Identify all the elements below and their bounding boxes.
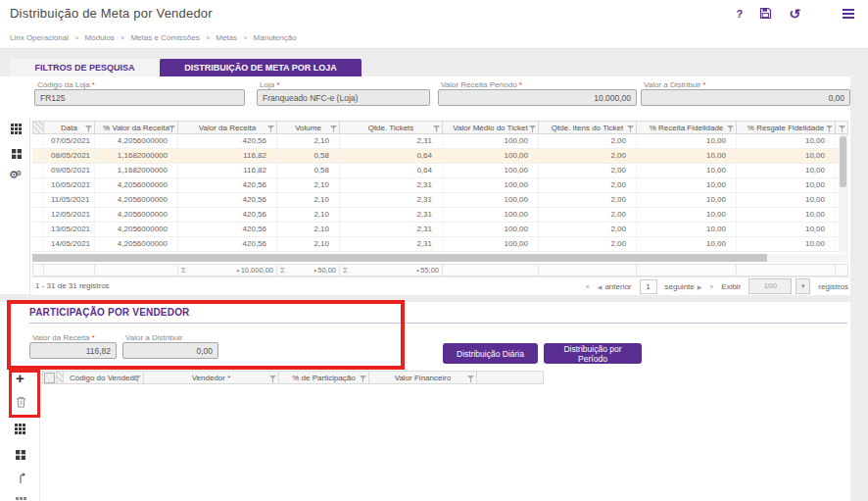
table-row[interactable]: 13/05/20214,2056000000420,562,102,31100,… xyxy=(32,223,848,237)
undo-icon[interactable]: ↺ xyxy=(789,6,800,22)
add-row-icon[interactable]: + xyxy=(16,371,24,385)
filter-icon[interactable] xyxy=(269,376,276,382)
filter-icon[interactable] xyxy=(433,125,440,132)
row-handle-cell xyxy=(32,223,44,236)
daily-col-header-extra[interactable] xyxy=(836,121,848,134)
distribuicao-diaria-button[interactable]: Distribuição Diária xyxy=(443,343,538,364)
table-row[interactable]: 12/05/20214,2056000000420,562,102,31100,… xyxy=(32,208,848,223)
delete-row-icon[interactable] xyxy=(16,396,26,408)
breadcrumb-item[interactable]: Metas e Comissões xyxy=(130,33,199,42)
distribuicao-por-periodo-button[interactable]: Distribuição por Período xyxy=(544,343,642,364)
help-icon[interactable]: ? xyxy=(737,8,744,20)
first-page-icon[interactable] xyxy=(586,283,590,290)
filter-icon[interactable] xyxy=(330,125,337,132)
sum-value: 10.000,00 xyxy=(237,266,276,275)
cell: 11/05/2021 xyxy=(44,193,95,207)
cell: 10,00 xyxy=(637,237,737,251)
page-title: Distribuição de Meta por Vendedor xyxy=(10,0,213,26)
filter-icon[interactable] xyxy=(169,125,175,132)
cell: 10,00 xyxy=(737,237,836,251)
cell: 10,00 xyxy=(737,149,836,163)
filter-icon[interactable] xyxy=(267,125,274,132)
table-row[interactable]: 08/05/20211,1682000000116,820,580,64100,… xyxy=(32,149,848,164)
daily-col-header-1[interactable]: % Valor da Receita xyxy=(95,121,178,134)
filter-icon[interactable] xyxy=(727,125,734,132)
p-valor-da-receita-field[interactable] xyxy=(29,342,117,359)
cards-view-icon[interactable] xyxy=(12,149,22,159)
return-arrow-icon[interactable] xyxy=(18,473,26,484)
filter-icon[interactable] xyxy=(627,125,634,132)
breadcrumb-item[interactable]: Módulos xyxy=(85,33,115,42)
filter-icon[interactable] xyxy=(826,125,833,132)
daily-col-header-0[interactable]: Data xyxy=(44,121,95,134)
vendor-col-header-3[interactable]: Valor Financeiro xyxy=(369,371,477,384)
sum-value: 50,00 xyxy=(313,266,339,275)
table-row[interactable]: 09/05/20211,1682000000116,820,580,64100,… xyxy=(32,164,848,178)
cell: 0,64 xyxy=(340,164,443,177)
filter-icon[interactable] xyxy=(85,125,92,132)
page-size-caret-icon[interactable] xyxy=(796,278,810,294)
cards-view-icon[interactable] xyxy=(16,450,25,460)
last-page-icon[interactable] xyxy=(709,283,713,290)
cell: 4,2056000000 xyxy=(95,208,178,222)
save-icon[interactable] xyxy=(759,7,772,20)
loja-field[interactable] xyxy=(257,89,430,106)
daily-col-header-6[interactable]: Qtde. Itens do Ticket xyxy=(539,121,637,134)
daily-grid-vscrollbar-thumb[interactable] xyxy=(840,136,846,187)
clipped-icon[interactable] xyxy=(16,495,26,501)
grid-view-icon[interactable] xyxy=(15,424,25,434)
daily-col-header-5[interactable]: Valor Médio do Ticket xyxy=(443,121,539,134)
drag-handle-column-header xyxy=(32,121,44,134)
daily-col-header-8[interactable]: % Resgate Fidelidade xyxy=(737,121,836,134)
filter-icon[interactable] xyxy=(529,125,536,132)
table-row[interactable]: 10/05/20214,2056000000420,562,102,31100,… xyxy=(32,178,848,193)
menu-icon[interactable] xyxy=(843,9,854,19)
codigo-da-loja-field[interactable] xyxy=(34,89,245,106)
filter-icon[interactable] xyxy=(360,376,366,382)
cell: 420,56 xyxy=(178,208,277,222)
tab-filtros-de-pesquisa[interactable]: FILTROS DE PESQUISA xyxy=(10,59,160,76)
tab-distribuicao-de-meta-por-loja[interactable]: DISTRIBUIÇÃO DE META POR LOJA xyxy=(160,59,362,76)
pagination: anterior 1 seguinte Exibir 100 registros xyxy=(586,277,848,295)
breadcrumb-item[interactable]: Metas xyxy=(216,33,237,42)
table-row[interactable]: 14/05/20214,2056000000420,562,102,31100,… xyxy=(32,237,848,252)
breadcrumb-item[interactable]: Manutenção xyxy=(254,33,297,42)
select-all-checkbox[interactable] xyxy=(44,373,55,383)
daily-col-header-4[interactable]: Qtde. Tickets xyxy=(340,121,443,134)
select-all-cell xyxy=(42,371,57,384)
cell: 13/05/2021 xyxy=(44,223,95,236)
grid-view-icon[interactable] xyxy=(11,124,22,134)
page-size-select[interactable]: 100 xyxy=(748,278,792,294)
vendor-col-header-2[interactable]: % de Participação xyxy=(279,371,369,384)
daily-col-header-7[interactable]: % Receita Fidelidade xyxy=(637,121,737,134)
cell: 10,00 xyxy=(737,164,836,177)
cell: 14/05/2021 xyxy=(44,237,95,251)
cell: 4,2056000000 xyxy=(95,134,178,148)
codigo-da-loja-label: Código da Loja* xyxy=(37,80,95,89)
daily-grid-vscrollbar[interactable] xyxy=(839,134,847,253)
daily-grid-hscrollbar[interactable] xyxy=(32,254,848,262)
vendor-col-label: Código do Vendedor * xyxy=(70,374,137,382)
settings-gears-icon[interactable]: ⚙⚙ xyxy=(9,170,22,180)
valor-receita-periodo-field[interactable] xyxy=(438,89,637,106)
table-row[interactable]: 15/05/20211,1682000000116,820,580,64100,… xyxy=(32,252,848,253)
breadcrumb-item[interactable]: Linx Operacional xyxy=(10,33,69,42)
sum-value: 55,00 xyxy=(416,266,442,275)
valor-receita-periodo-label: Valor Receita Período* xyxy=(441,80,522,89)
loja-label: Loja* xyxy=(260,80,279,89)
valor-a-distribuir-field[interactable] xyxy=(641,89,850,106)
table-row[interactable]: 11/05/20214,2056000000420,562,102,31100,… xyxy=(32,193,848,208)
next-page-button[interactable]: seguinte xyxy=(665,282,702,291)
current-page-box[interactable]: 1 xyxy=(640,279,657,294)
filter-icon[interactable] xyxy=(467,376,474,382)
daily-col-header-2[interactable]: Valor da Receita xyxy=(178,121,277,134)
previous-page-button[interactable]: anterior xyxy=(598,282,632,291)
p-valor-a-distribuir-field[interactable] xyxy=(122,342,218,359)
daily-grid-hscrollbar-thumb[interactable] xyxy=(32,254,767,262)
vendor-col-header-1[interactable]: Vendedor * xyxy=(144,371,279,384)
table-row[interactable]: 07/05/20214,2056000000420,562,102,31100,… xyxy=(32,134,848,149)
filter-icon[interactable] xyxy=(839,125,845,132)
vendor-col-header-0[interactable]: Código do Vendedor * xyxy=(64,371,144,384)
sum-cell xyxy=(32,264,44,276)
daily-col-header-3[interactable]: Volume xyxy=(277,121,340,134)
